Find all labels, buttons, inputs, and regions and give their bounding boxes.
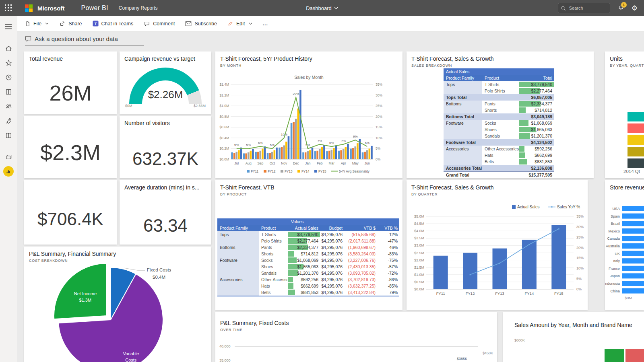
bar[interactable] <box>343 149 345 159</box>
bar[interactable] <box>369 148 371 159</box>
bar[interactable] <box>551 225 566 289</box>
bar[interactable] <box>267 153 269 159</box>
bar[interactable] <box>309 150 311 159</box>
bar[interactable] <box>235 152 237 159</box>
table-row[interactable]: Hats$662,699 <box>444 152 554 158</box>
trend-line[interactable] <box>470 229 559 275</box>
settings-gear-icon[interactable]: ⚙ <box>632 5 638 12</box>
bar[interactable] <box>264 146 266 159</box>
bar[interactable] <box>271 152 273 159</box>
tile-pnl-financial-summary[interactable]: P&L Summary, Financial Summary COST BREA… <box>24 247 211 362</box>
bar[interactable] <box>622 228 644 234</box>
bar[interactable] <box>625 349 644 362</box>
bar[interactable] <box>366 150 368 159</box>
bar[interactable] <box>314 151 316 159</box>
bar[interactable] <box>335 145 337 159</box>
shared-with-me-people-icon[interactable] <box>0 99 17 113</box>
bar[interactable] <box>312 148 314 159</box>
table-row[interactable]: Grand Total$15,377,505 <box>444 171 554 178</box>
bar[interactable] <box>345 147 347 159</box>
tile-sales-amount[interactable]: Sales Amount by Year, Month and Brand Na… <box>503 312 644 362</box>
bar[interactable] <box>248 152 250 159</box>
workspaces-book-icon[interactable] <box>0 128 17 142</box>
bar[interactable] <box>627 112 644 121</box>
table-row[interactable]: AccessoriesOther Accessories$592,256 <box>444 146 554 152</box>
bar[interactable] <box>281 147 283 159</box>
app-launcher-waffle-icon[interactable] <box>3 3 14 13</box>
bar[interactable] <box>522 240 537 289</box>
home-icon[interactable] <box>0 41 17 56</box>
bar[interactable] <box>622 214 644 219</box>
table-row[interactable]: Tops Total$6,057,005 <box>444 94 554 101</box>
table-row[interactable]: Hats$662,699$4,295,076(3,632,377.25)-85% <box>217 283 399 289</box>
search-input[interactable] <box>568 5 602 11</box>
my-workspace-avatar[interactable] <box>0 164 17 179</box>
bar[interactable] <box>293 122 295 159</box>
bar[interactable] <box>622 206 644 211</box>
bar[interactable] <box>622 251 644 256</box>
table-row[interactable]: Sandals$1,201,370$4,295,076(3,093,705.82… <box>217 270 399 276</box>
bar[interactable] <box>622 221 644 226</box>
file-menu-button[interactable]: File <box>25 21 49 27</box>
bar[interactable] <box>288 136 290 159</box>
table-row[interactable]: FootwareSocks$1,068,069$4,295,076(3,227,… <box>217 257 399 263</box>
bar[interactable] <box>622 273 644 278</box>
table-row[interactable]: Sandals$1,201,370 <box>444 133 554 139</box>
bar[interactable] <box>299 90 301 159</box>
bar[interactable] <box>323 145 325 159</box>
bar[interactable] <box>238 150 240 159</box>
bar[interactable] <box>269 153 271 159</box>
bar[interactable] <box>319 149 321 159</box>
tile-revenue-706k[interactable]: $706.4K <box>24 180 117 245</box>
bar[interactable] <box>250 151 252 159</box>
apps-icon[interactable] <box>0 84 17 99</box>
table-row[interactable]: Shorts$714,812$4,295,076(3,580,264.03)-8… <box>217 251 399 257</box>
bar[interactable] <box>255 152 257 159</box>
tile-5yr-product-history[interactable]: T-Shirt Forecast, 5Yr Product History BY… <box>215 51 402 178</box>
bar[interactable] <box>622 266 644 271</box>
table-row[interactable]: Belts$881,853 <box>444 158 554 165</box>
bar[interactable] <box>276 148 278 159</box>
bar[interactable] <box>274 150 276 159</box>
bar[interactable] <box>622 281 644 286</box>
table-row[interactable]: AccessoriesOther Accessories$592,256$4,2… <box>217 276 399 283</box>
bar[interactable] <box>338 151 340 159</box>
table-row[interactable]: Polo Shirts$2,277,464$4,295,076(2,017,61… <box>217 238 399 244</box>
bar[interactable] <box>243 153 245 159</box>
bar[interactable] <box>245 153 247 159</box>
tile-campaign-gauge[interactable]: Campaign revenue vs target $2.26M $0M $2… <box>120 51 211 114</box>
bar[interactable] <box>364 152 366 159</box>
bar[interactable] <box>297 109 299 159</box>
table-row[interactable]: Accessories Total$2,136,808 <box>444 165 554 171</box>
share-button[interactable]: Share <box>59 21 82 27</box>
bar[interactable] <box>295 119 297 159</box>
bar[interactable] <box>622 258 644 263</box>
table-row[interactable]: TopsT-Shirts$3,779,540 <box>444 81 554 88</box>
bar[interactable] <box>362 152 364 159</box>
bar[interactable] <box>357 143 359 159</box>
search-box[interactable] <box>558 3 610 13</box>
bar[interactable] <box>605 349 624 362</box>
table-row[interactable]: Shoes$1,865,063 <box>444 126 554 133</box>
tile-avg-duration[interactable]: Average duration (mins) in s... 63.34 <box>120 180 211 245</box>
table-row[interactable]: Shoes$1,865,063$4,295,076(2,430,013.35)-… <box>217 263 399 270</box>
tile-vtb-table[interactable]: T-Shirt Forecast, VTB BY PRODUCT ValuesP… <box>215 180 402 310</box>
bar[interactable] <box>259 151 261 159</box>
bar[interactable] <box>333 148 335 159</box>
bar[interactable] <box>279 148 281 159</box>
bar[interactable] <box>627 147 644 156</box>
bar[interactable] <box>627 135 644 145</box>
bar[interactable] <box>321 147 323 159</box>
bar[interactable] <box>291 123 293 159</box>
learn-rocket-icon[interactable] <box>0 113 17 128</box>
tile-total-revenue[interactable]: Total revenue 26M <box>24 51 117 114</box>
bar[interactable] <box>328 151 330 159</box>
bar[interactable] <box>252 149 254 159</box>
table-row[interactable]: TopsT-Shirts$3,779,540$4,295,076(515,535… <box>217 231 399 238</box>
bar[interactable] <box>305 152 307 159</box>
edit-menu-button[interactable]: Edit <box>227 21 252 27</box>
table-row[interactable]: FootwareSocks$1,068,069 <box>444 120 554 126</box>
bar[interactable] <box>240 148 242 159</box>
more-options-button[interactable]: ... <box>263 21 268 27</box>
bar[interactable] <box>433 256 448 289</box>
